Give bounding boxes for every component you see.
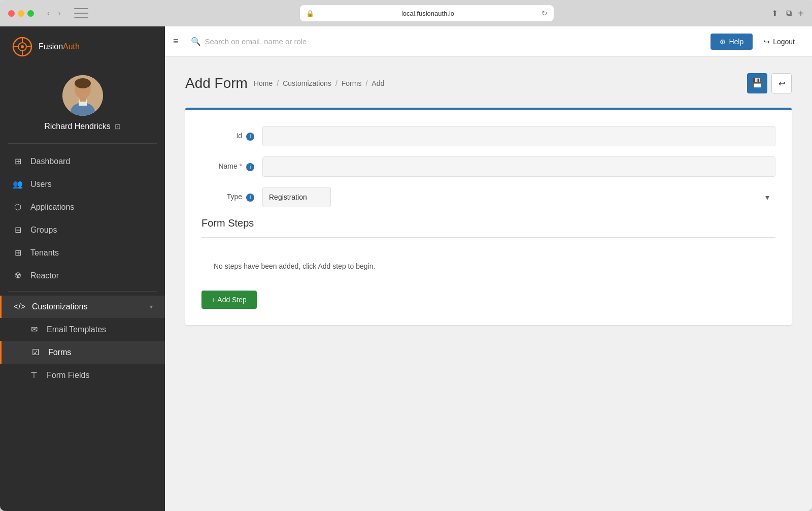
forward-button[interactable]: › (55, 7, 63, 20)
sidebar-item-applications[interactable]: ⬡ Applications (0, 196, 165, 218)
logo-auth: Auth (63, 42, 80, 51)
shield-icon: 🔒 (306, 10, 314, 17)
name-input[interactable] (262, 156, 775, 177)
users-icon: 👥 (12, 179, 23, 189)
form-steps-section: Form Steps No steps have been added, cli… (201, 217, 775, 309)
breadcrumb-sep2: / (335, 79, 337, 87)
nav-divider (8, 291, 157, 292)
sidebar-sub-label: Forms (48, 348, 71, 357)
applications-icon: ⬡ (12, 202, 23, 212)
logout-button[interactable]: ↪ Logout (755, 34, 804, 50)
sidebar-sub-label: Form Fields (47, 371, 89, 380)
main-content: ≡ 🔍 ⊕ Help ↪ Logout (165, 26, 812, 511)
sidebar-item-label: Tenants (30, 248, 59, 258)
sidebar-item-label: Applications (30, 203, 74, 212)
user-name: Richard Hendricks (44, 122, 111, 131)
duplicate-button[interactable]: ⧉ (784, 7, 794, 20)
logo-fusion: Fusion (39, 42, 63, 51)
page-title: Add Form (185, 75, 248, 91)
svg-rect-12 (80, 97, 86, 102)
sidebar-item-label: Dashboard (30, 157, 70, 166)
add-step-button[interactable]: + Add Step (201, 291, 257, 309)
avatar (62, 75, 103, 116)
sidebar-item-form-fields[interactable]: ⊤ Form Fields (0, 364, 165, 387)
type-select-wrapper: Registration Login Self Service User (262, 187, 775, 207)
sidebar-item-reactor[interactable]: ☢ Reactor (0, 264, 165, 287)
type-select[interactable]: Registration Login Self Service User (262, 187, 331, 207)
reactor-icon: ☢ (12, 271, 23, 280)
search-icon: 🔍 (191, 37, 201, 46)
breadcrumb-customizations[interactable]: Customizations (283, 79, 331, 87)
id-info-icon[interactable]: i (246, 133, 254, 141)
add-step-label: + Add Step (212, 296, 247, 304)
empty-steps-text: No steps have been added, click Add step… (214, 262, 775, 270)
sidebar-customizations-label: Customizations (32, 302, 87, 311)
back-icon: ↩ (779, 79, 785, 88)
name-label: Name * i (201, 162, 262, 171)
help-button[interactable]: ⊕ Help (710, 34, 753, 50)
type-info-icon[interactable]: i (246, 194, 254, 202)
breadcrumb-home[interactable]: Home (254, 79, 273, 87)
forms-icon: ☑ (30, 347, 41, 357)
required-mark: * (240, 162, 242, 170)
sidebar-item-users[interactable]: 👥 Users (0, 173, 165, 196)
page-actions: 💾 ↩ (747, 73, 792, 93)
top-navbar: ≡ 🔍 ⊕ Help ↪ Logout (165, 26, 812, 57)
type-row: Type i Registration Login Self Service U… (201, 187, 775, 207)
id-input[interactable] (262, 126, 775, 146)
help-icon: ⊕ (720, 38, 726, 46)
sidebar-nav: ⊞ Dashboard 👥 Users ⬡ Applications ⊟ Gro… (0, 144, 165, 393)
maximize-button[interactable] (27, 10, 34, 17)
close-button[interactable] (8, 10, 15, 17)
form-card: Id i Name * i (185, 108, 792, 325)
sidebar-item-dashboard[interactable]: ⊞ Dashboard (0, 150, 165, 173)
minimize-button[interactable] (18, 10, 24, 17)
page-content: Add Form Home / Customizations / Forms /… (165, 57, 812, 511)
id-row: Id i (201, 126, 775, 146)
type-label: Type i (201, 193, 262, 202)
sidebar-item-customizations[interactable]: </> Customizations ▾ (0, 296, 165, 318)
page-header: Add Form Home / Customizations / Forms /… (185, 73, 792, 93)
svg-point-2 (21, 45, 24, 48)
logout-icon: ↪ (764, 38, 770, 46)
email-icon: ✉ (28, 325, 40, 334)
logo-icon (12, 37, 32, 57)
sidebar-logo: FusionAuth (0, 26, 165, 67)
breadcrumb-forms[interactable]: Forms (342, 79, 362, 87)
browser-nav: ‹ › (44, 7, 64, 20)
sidebar-item-label: Reactor (30, 271, 59, 280)
empty-steps: No steps have been added, click Add step… (201, 250, 775, 286)
user-card-icon: ⊡ (115, 122, 121, 131)
menu-icon[interactable]: ≡ (173, 36, 179, 47)
url-bar: 🔒 local.fusionauth.io ↻ (300, 5, 554, 21)
svg-point-9 (75, 78, 91, 88)
logout-label: Logout (773, 38, 795, 46)
share-button[interactable]: ⬆ (769, 7, 780, 20)
back-button[interactable]: ↩ (771, 73, 792, 93)
form-fields-icon: ⊤ (28, 370, 40, 380)
name-info-icon[interactable]: i (246, 163, 254, 171)
sidebar-item-tenants[interactable]: ⊞ Tenants (0, 241, 165, 264)
breadcrumb-sep3: / (365, 79, 367, 87)
url-text: local.fusionauth.io (318, 10, 537, 17)
search-input[interactable] (205, 37, 699, 46)
sidebar-item-forms[interactable]: ☑ Forms (0, 341, 165, 364)
back-button[interactable]: ‹ (44, 7, 53, 20)
sidebar-toggle[interactable] (72, 8, 88, 18)
sidebar-sub-label: Email Templates (47, 325, 106, 334)
refresh-button[interactable]: ↻ (542, 9, 548, 17)
browser-actions: ⬆ ⧉ + (769, 7, 804, 20)
sidebar-item-label: Users (30, 180, 52, 189)
breadcrumb-sep1: / (277, 79, 279, 87)
name-row: Name * i (201, 156, 775, 177)
new-tab-button[interactable]: + (798, 8, 804, 19)
sidebar-item-groups[interactable]: ⊟ Groups (0, 218, 165, 241)
breadcrumb: Home / Customizations / Forms / Add (254, 79, 384, 87)
sidebar: FusionAuth (0, 26, 165, 511)
sidebar-item-email-templates[interactable]: ✉ Email Templates (0, 318, 165, 341)
top-nav-actions: ⊕ Help ↪ Logout (710, 34, 804, 50)
save-icon: 💾 (752, 78, 763, 89)
chevron-down-icon: ▾ (150, 303, 153, 310)
dashboard-icon: ⊞ (12, 156, 23, 166)
save-button[interactable]: 💾 (747, 73, 767, 93)
